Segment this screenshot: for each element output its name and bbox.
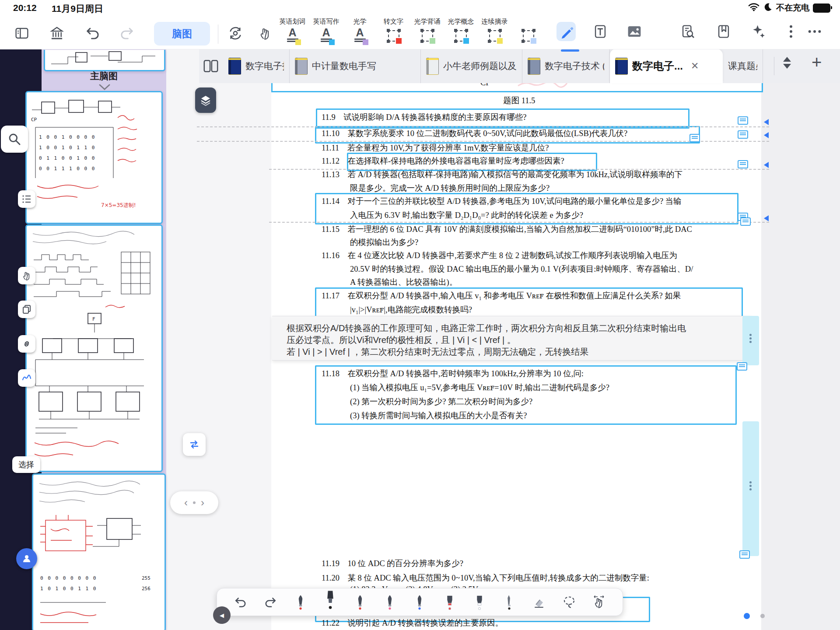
tab-2[interactable]: 中计量数电手写 (290, 49, 421, 83)
question-11-17-cont[interactable]: |v₁|>|Vʀᴇꜰ|,电路能完成模数转换吗? (350, 305, 472, 315)
mindmap-card-top[interactable] (44, 50, 165, 71)
tab-1[interactable]: 数字电子技: (223, 49, 290, 83)
mindmap-button[interactable]: 脑图 (154, 22, 210, 46)
nav-prev-icon[interactable]: ‹ (184, 497, 188, 509)
note-anchor-icon[interactable] (738, 116, 748, 125)
undo-tool[interactable] (230, 590, 251, 614)
excerpt-arrow-icon[interactable] (764, 162, 769, 168)
note-anchor-icon[interactable] (737, 362, 747, 371)
main-map-label[interactable]: 主脑图 (42, 70, 166, 82)
split-view-icon[interactable] (203, 58, 219, 76)
question-11-15-cont[interactable]: 的模拟输出为多少? (350, 238, 418, 247)
doc-search-button[interactable] (678, 22, 697, 41)
highlighter-tool[interactable] (469, 590, 490, 614)
question-11-22[interactable]: 11.22 说明引起 A/D 转换器转换误差的主要原因。 (322, 618, 503, 628)
text-tool-button[interactable] (591, 22, 610, 41)
excerpt-arrow-icon[interactable] (764, 215, 769, 221)
pencil-tool-button[interactable] (556, 22, 576, 41)
lasso-tool[interactable] (559, 590, 580, 614)
page-nav-pill[interactable]: ‹› (170, 491, 218, 514)
note-card-chip[interactable]: 0 0 0 0 0 0 0 0 1 0 1 0 0 1 1 0 255 256 (32, 473, 166, 630)
image-tool-button[interactable] (625, 22, 644, 41)
outline-list-button[interactable] (18, 190, 35, 208)
selection-strip[interactable] (742, 316, 759, 365)
annot-tool-光学概念[interactable]: 光学概念 (444, 17, 478, 45)
library-icon[interactable] (47, 24, 66, 43)
question-11-18-sub3[interactable]: (3) 转换所需时间与输入模拟电压的大小是否有关? (350, 411, 527, 420)
assistant-chat-button[interactable] (16, 548, 37, 569)
nav-next-icon[interactable]: › (201, 497, 204, 509)
bookmark-button[interactable] (714, 22, 733, 41)
gesture-tool[interactable] (588, 590, 609, 614)
question-11-18[interactable]: 11.18 在双积分型 A/D 转换器中,若时钟频率为 100kHz,分辨率为 … (322, 369, 584, 378)
close-icon[interactable]: ✕ (691, 60, 699, 72)
note-card-timing[interactable]: F (25, 224, 163, 472)
annot-tool-连续摘录[interactable]: 连续摘录 (478, 17, 511, 45)
tab-6[interactable]: 课真题必... (723, 49, 763, 83)
note-card-counter[interactable]: CP 1 0 0 1 0 0 0 0 1 0 0 1 0 1 1 0 0 1 1… (25, 91, 163, 224)
excerpt-arrow-icon[interactable] (764, 132, 769, 138)
question-11-16[interactable]: 11.16 在 4 位逐次比较 A/D 转换器中,若要求产生 8 位 2 进制数… (322, 251, 677, 260)
page-dot[interactable] (760, 614, 765, 618)
link-button[interactable] (18, 335, 35, 353)
question-11-14-cont[interactable]: 入电压为 6.3V 时,输出数字量 D₂D₁D₀=? 此时的转化误差 e 为多少… (350, 210, 583, 220)
pen-tool[interactable] (350, 590, 371, 614)
annot-tool-转文字[interactable]: 转文字 (377, 17, 410, 45)
marker-tool[interactable] (320, 590, 341, 614)
redo-tool[interactable] (260, 590, 281, 614)
question-11-14[interactable]: 11.14 对于一个三位的并联比较型 A/D 转换器,参考电压为 10V,试问电… (322, 196, 682, 206)
eraser-tool[interactable] (528, 590, 550, 614)
question-11-13[interactable]: 11.13 若 A/D 转换器(包括取样-保持电路)输入模拟信号的最高变化频率为… (322, 170, 682, 179)
question-11-18-sub2[interactable]: (2) 第一次积分时间为多少? 第二次积分时间为多少? (350, 397, 532, 406)
redo-button[interactable] (117, 24, 136, 43)
drag-handle-icon[interactable] (749, 481, 752, 483)
ruler-pen-tool[interactable] (499, 590, 520, 614)
more-horizontal-button[interactable] (805, 22, 824, 41)
undo-button[interactable] (83, 24, 102, 43)
tab-5[interactable]: 数字电子...✕ (610, 49, 723, 83)
tab-3[interactable]: 小牛老师例题以及... (421, 49, 522, 83)
annot-tool-光学背诵[interactable]: 光学背诵 (410, 17, 444, 45)
sidebar-toggle-button[interactable] (12, 24, 32, 43)
tab-sort-button[interactable] (783, 57, 791, 69)
question-11-16-cont[interactable]: 20.5V 时的转换过程。假设 DAC 输出电压的最小量为 0.1 V(列表项目… (350, 264, 693, 274)
selection-strip[interactable] (742, 421, 759, 556)
swap-panes-button[interactable] (183, 433, 206, 456)
pen-tool[interactable] (409, 590, 430, 614)
note-anchor-icon[interactable] (690, 134, 700, 142)
ai-sparkle-button[interactable] (749, 22, 768, 41)
note-anchor-icon[interactable] (738, 160, 748, 168)
question-11-19[interactable]: 11.19 10 位 ADC 的百分分辨率为多少? (322, 559, 463, 568)
pen-tool[interactable] (290, 590, 311, 614)
more-vertical-button[interactable] (781, 22, 801, 41)
question-11-16-cont2[interactable]: A 转换器输出、比较器输出)。 (350, 277, 457, 287)
note-anchor-icon[interactable] (739, 550, 750, 559)
question-11-18-sub1[interactable]: (1) 当输入模拟电压 u₁=5V,参考电压 Vʀᴇꜰ=10V 时,输出二进制代… (350, 383, 609, 392)
question-11-17[interactable]: 11.17 在双积分型 A/D 转换器中,输入电压 v₁ 和参考电压 Vʀᴇꜰ … (322, 291, 681, 301)
question-11-12[interactable]: 11.12 在选择取样-保持电路的外接电容器电容量时应考虑哪些因素? (322, 156, 564, 166)
question-11-20[interactable]: 11.20 某 8 位 ADC 输入电压范围为 0~10V,当输入下列电压值时,… (322, 573, 649, 583)
question-11-15[interactable]: 11.15 若一理想的 6 位 DAC 具有 10V 的满刻度模拟输出,当输入为… (322, 224, 692, 234)
annot-tool-plain[interactable] (511, 17, 545, 45)
toolbar-collapse-button[interactable]: ◀ (213, 606, 231, 624)
scribble-tool-button[interactable] (18, 369, 35, 387)
highlighter-tool[interactable] (439, 590, 460, 614)
pointer-hand-icon[interactable] (256, 24, 275, 43)
annot-tool-英语写作[interactable]: 英语写作 A (309, 17, 343, 45)
sync-settings-icon[interactable] (226, 24, 245, 43)
tab-4[interactable]: 数字电子技术 (三 (522, 49, 610, 83)
question-11-10[interactable]: 11.10 某数字系统要求 10 位二进制数码代表 0~50V,试问此数码最低位… (322, 129, 627, 138)
page-dot-active[interactable] (744, 613, 750, 619)
question-11-13-cont[interactable]: 限是多少。完成一次 A/D 转换所用时间的上限应为多少? (350, 183, 550, 193)
layers-button[interactable] (195, 88, 216, 113)
note-anchor-icon[interactable] (738, 130, 748, 139)
copy-pages-button[interactable] (18, 301, 35, 318)
annot-tool-光学[interactable]: 光学 A (343, 17, 377, 45)
question-11-11[interactable]: 11.11 若全量程为 10V,为了获得分辨率 1mV,数字量应该是几位? (322, 143, 549, 153)
search-button[interactable] (1, 126, 28, 153)
drag-handle-icon[interactable] (749, 334, 752, 336)
note-anchor-icon[interactable] (740, 217, 751, 226)
annot-tool-英语划词[interactable]: 英语划词 A (276, 17, 309, 45)
question-11-9[interactable]: 11.9 试说明影响 D/A 转换器转换精度的主要原因有哪些? (322, 112, 527, 122)
select-mode-button[interactable]: 选择 (12, 456, 40, 473)
